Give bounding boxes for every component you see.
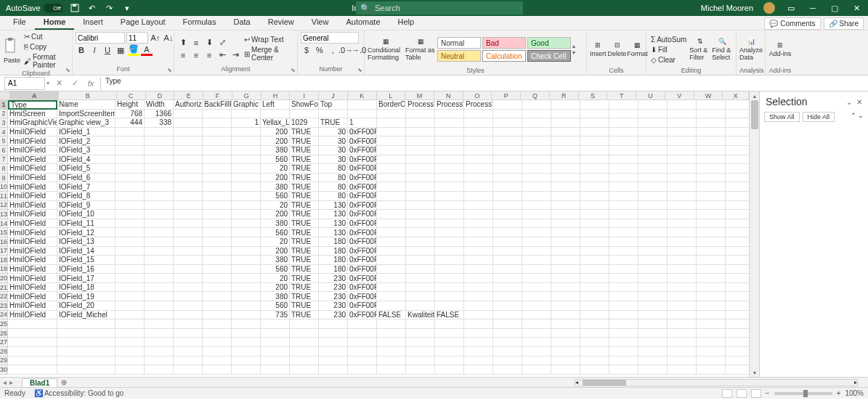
cell[interactable] [406, 274, 435, 283]
cell[interactable] [232, 256, 261, 265]
cell[interactable] [203, 182, 232, 192]
cell[interactable] [493, 274, 522, 283]
cell[interactable]: HmiIOField [8, 228, 57, 237]
cell[interactable] [493, 182, 522, 192]
cell[interactable] [8, 357, 57, 366]
cell[interactable]: 0xFF00FF00 [348, 192, 377, 201]
cell[interactable] [232, 128, 261, 137]
cell[interactable] [290, 319, 319, 329]
align-center-icon[interactable]: ≡ [190, 49, 202, 61]
cell[interactable] [551, 128, 580, 137]
cell[interactable]: TRUE [290, 164, 319, 174]
cell[interactable] [551, 311, 580, 320]
cell[interactable]: IOField_1 [57, 128, 115, 137]
cell[interactable] [638, 256, 668, 265]
cell[interactable] [290, 110, 319, 119]
cell[interactable] [638, 201, 668, 211]
zoom-out-button[interactable]: − [766, 389, 770, 397]
cell[interactable] [464, 192, 493, 201]
cell[interactable] [145, 137, 174, 146]
vertical-scrollbar[interactable]: ▴ ▾ [749, 91, 759, 377]
cell[interactable]: ProcessValue.TagDynamization.UseIndirect… [464, 100, 493, 110]
cell[interactable]: TRUE [290, 256, 319, 265]
cell[interactable] [726, 338, 749, 347]
cell[interactable]: TRUE [290, 192, 319, 201]
delete-cells-button[interactable]: ⊟Delete [608, 32, 627, 67]
cell[interactable]: HmiIOField [8, 174, 57, 183]
cell[interactable] [493, 292, 522, 301]
cell[interactable] [668, 301, 697, 311]
cell[interactable] [435, 110, 464, 119]
cell[interactable] [348, 357, 377, 366]
cell[interactable] [8, 347, 57, 357]
cell[interactable] [464, 146, 493, 155]
chevron-down-icon[interactable]: ⌄ [846, 98, 852, 106]
tab-home[interactable]: Home [35, 15, 75, 30]
cell[interactable]: Yellax_Lo [261, 118, 290, 128]
cell[interactable]: 130 [319, 228, 348, 237]
cell[interactable]: 0xFF00FF00 [348, 128, 377, 137]
cell[interactable] [203, 219, 232, 229]
cell[interactable] [377, 110, 406, 119]
row-header[interactable]: 26 [0, 329, 8, 338]
cell[interactable] [377, 329, 406, 338]
cell[interactable]: IOField_20 [57, 301, 115, 311]
cell[interactable] [609, 182, 638, 192]
cell[interactable]: IOField_13 [57, 237, 115, 247]
cell[interactable] [638, 118, 668, 128]
cell[interactable]: Type [8, 100, 57, 110]
cell[interactable] [609, 146, 638, 155]
cell[interactable] [435, 247, 464, 256]
cell[interactable] [348, 319, 377, 329]
cell[interactable]: HmiGraphicView [8, 118, 57, 128]
column-header[interactable]: A [10, 91, 60, 99]
cell[interactable] [493, 210, 522, 219]
cell[interactable] [638, 146, 668, 155]
cell[interactable] [668, 100, 697, 110]
ribbon-display-icon[interactable]: ▭ [785, 2, 797, 14]
tab-automate[interactable]: Automate [337, 15, 389, 30]
cell[interactable] [580, 228, 609, 237]
send-backward-icon[interactable]: ⌄ [858, 112, 864, 122]
cell[interactable] [406, 301, 435, 311]
cell[interactable] [348, 365, 377, 375]
cell[interactable] [580, 347, 609, 357]
cell[interactable]: 20 [261, 274, 290, 283]
column-header[interactable]: V [665, 91, 694, 99]
user-name[interactable]: Michel Mooren [701, 4, 753, 12]
cell[interactable] [464, 292, 493, 301]
cell[interactable] [493, 128, 522, 137]
cell[interactable]: IOField_12 [57, 228, 115, 237]
zoom-in-button[interactable]: + [837, 389, 841, 397]
cell[interactable] [609, 265, 638, 274]
cell[interactable] [580, 174, 609, 183]
cut-button[interactable]: ✂ Cut [23, 32, 69, 41]
cell[interactable]: TRUE [290, 128, 319, 137]
cell[interactable] [377, 164, 406, 174]
cell[interactable] [580, 201, 609, 211]
cell[interactable] [638, 210, 668, 219]
cell[interactable] [609, 319, 638, 329]
cell[interactable] [174, 174, 203, 183]
column-header[interactable]: E [174, 91, 203, 99]
cell[interactable] [115, 301, 145, 311]
row-header[interactable]: 10 [0, 182, 8, 192]
cell[interactable] [697, 247, 726, 256]
cell[interactable] [551, 365, 580, 375]
cell[interactable] [145, 338, 174, 347]
cell[interactable] [493, 164, 522, 174]
cell[interactable] [377, 292, 406, 301]
cell[interactable] [203, 174, 232, 183]
cell[interactable] [522, 137, 551, 146]
cell[interactable]: Graphic [232, 100, 261, 110]
cell[interactable] [697, 256, 726, 265]
cell[interactable] [377, 182, 406, 192]
cell[interactable] [203, 265, 232, 274]
cell[interactable] [203, 201, 232, 211]
cell[interactable] [668, 338, 697, 347]
cell[interactable]: 0xFF00FF00 [348, 155, 377, 165]
cell[interactable]: Top [319, 100, 348, 110]
cell[interactable] [726, 237, 749, 247]
cell[interactable] [406, 247, 435, 256]
row-header[interactable]: 7 [0, 155, 8, 165]
